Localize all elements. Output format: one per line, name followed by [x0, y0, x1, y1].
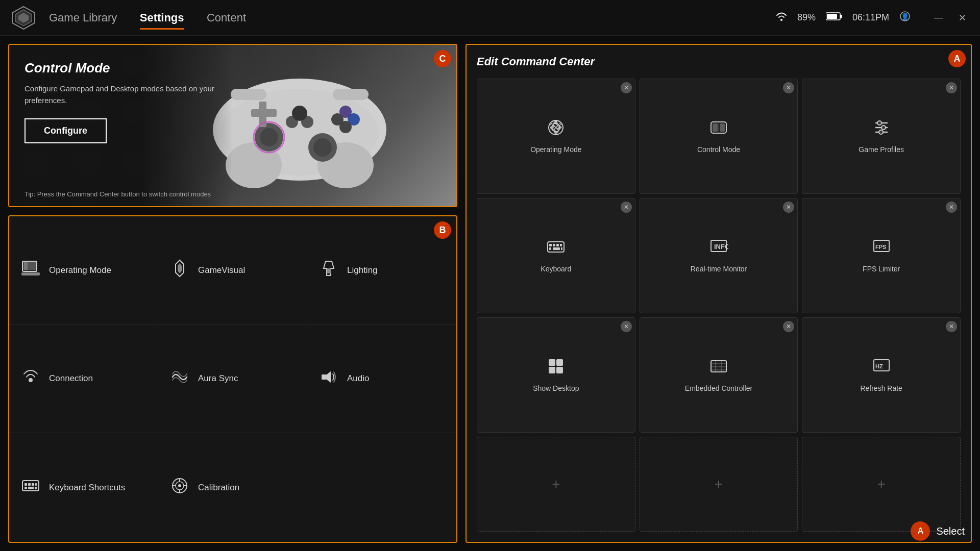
cmd-operating-mode[interactable]: ✕ Operati [477, 79, 635, 194]
cmd-embedded-controller-close[interactable]: ✕ [783, 321, 794, 332]
configure-button[interactable]: Configure [24, 118, 107, 143]
main-content: Control Mode Configure Gamepad and Deskt… [0, 36, 980, 551]
svg-rect-35 [322, 374, 327, 380]
connection-icon [21, 368, 40, 390]
cmd-control-mode-label: Control Mode [697, 145, 740, 154]
gamevisual-icon [170, 259, 189, 281]
settings-panel: B Operating Mode [8, 215, 457, 543]
cmd-operating-mode-icon [546, 118, 566, 140]
minimize-button[interactable]: — [931, 12, 946, 23]
svg-rect-5 [827, 14, 837, 19]
cmd-operating-mode-label: Operating Mode [530, 145, 581, 154]
select-bar: A Select [911, 521, 965, 541]
close-button[interactable]: ✕ [954, 12, 970, 23]
cmd-realtime-monitor[interactable]: ✕ INFO Real-time Monitor [640, 198, 798, 313]
svg-rect-38 [28, 483, 31, 486]
svg-point-46 [178, 484, 181, 487]
svg-point-21 [339, 121, 352, 133]
add-icon-3: + [877, 476, 885, 492]
notification-icon[interactable]: 👤 [899, 11, 911, 24]
cmd-show-desktop[interactable]: ✕ Show Desktop [477, 317, 635, 433]
svg-rect-68 [560, 244, 562, 246]
svg-point-15 [313, 138, 332, 157]
settings-operating-mode[interactable]: Operating Mode [9, 216, 158, 325]
cmd-keyboard[interactable]: ✕ Keyboard [477, 198, 635, 313]
svg-rect-23 [231, 89, 266, 100]
svg-point-13 [260, 128, 278, 146]
cmd-keyboard-close[interactable]: ✕ [621, 202, 632, 213]
hero-title: Control Mode [24, 60, 217, 76]
calibration-label: Calibration [198, 483, 239, 493]
connection-label: Connection [49, 373, 93, 384]
add-icon-2: + [715, 476, 723, 492]
svg-point-61 [877, 121, 881, 125]
settings-calibration[interactable]: Calibration [158, 433, 307, 542]
cmd-show-desktop-close[interactable]: ✕ [621, 321, 632, 332]
svg-rect-39 [32, 483, 34, 486]
badge-b: B [434, 221, 451, 239]
cmd-refresh-rate-close[interactable]: ✕ [946, 321, 957, 332]
cmd-refresh-rate[interactable]: ✕ HZ Refresh Rate [802, 317, 961, 433]
settings-audio[interactable]: Audio [307, 325, 456, 434]
right-panel: A Edit Command Center ✕ [465, 44, 972, 543]
svg-text:INFO: INFO [714, 243, 728, 251]
lighting-label: Lighting [347, 265, 378, 276]
window-controls: — ✕ [931, 12, 970, 23]
cmd-embedded-controller[interactable]: ✕ Embedded Controller [640, 317, 798, 433]
edit-command-center-title: Edit Command Center [477, 55, 961, 68]
calibration-icon [170, 477, 189, 498]
operating-mode-label: Operating Mode [49, 265, 111, 276]
settings-keyboard-shortcuts[interactable]: Keyboard Shortcuts [9, 433, 158, 542]
settings-gamevisual[interactable]: GameVisual [158, 216, 307, 325]
cmd-embedded-controller-label: Embedded Controller [685, 384, 752, 393]
cmd-control-mode-icon [709, 118, 728, 140]
badge-c: C [434, 50, 451, 67]
cmd-realtime-monitor-close[interactable]: ✕ [783, 202, 794, 213]
gamevisual-label: GameVisual [198, 265, 245, 276]
settings-connection[interactable]: Connection [9, 325, 158, 434]
settings-grid: Operating Mode GameVisual [9, 216, 456, 542]
settings-aura-sync[interactable]: Aura Sync [158, 325, 307, 434]
svg-rect-41 [24, 487, 27, 489]
badge-a: A [948, 50, 966, 67]
svg-rect-69 [549, 247, 551, 250]
svg-rect-40 [35, 483, 37, 486]
svg-text:FPS: FPS [875, 244, 886, 250]
svg-rect-66 [553, 244, 555, 246]
nav-settings[interactable]: Settings [140, 7, 184, 30]
cmd-fps-limiter[interactable]: ✕ FPS FPS Limiter [802, 198, 961, 313]
cmd-game-profiles-close[interactable]: ✕ [946, 82, 957, 93]
hero-content: Control Mode Configure Gamepad and Deskt… [9, 45, 233, 206]
cmd-control-mode-close[interactable]: ✕ [783, 82, 794, 93]
cmd-keyboard-icon [546, 237, 566, 259]
cmd-add-slot-2[interactable]: + [640, 437, 798, 532]
operating-mode-icon [21, 259, 40, 281]
cmd-add-slot-1[interactable]: + [477, 437, 635, 532]
cmd-refresh-rate-icon: HZ [872, 357, 891, 379]
nav-game-library[interactable]: Game Library [49, 7, 117, 28]
svg-rect-56 [720, 123, 725, 132]
select-badge: A [911, 521, 930, 541]
cmd-show-desktop-label: Show Desktop [533, 384, 579, 393]
left-panel: Control Mode Configure Gamepad and Deskt… [8, 44, 457, 543]
svg-point-62 [881, 126, 886, 130]
cmd-realtime-monitor-label: Real-time Monitor [691, 264, 747, 273]
wifi-icon [776, 12, 787, 23]
cmd-refresh-rate-label: Refresh Rate [860, 384, 902, 393]
cmd-add-slot-3[interactable]: + [802, 437, 961, 532]
svg-rect-71 [561, 247, 562, 250]
svg-rect-70 [553, 247, 560, 250]
cmd-control-mode[interactable]: ✕ Control Mode [640, 79, 798, 194]
cmd-fps-limiter-close[interactable]: ✕ [946, 202, 957, 213]
svg-rect-78 [549, 367, 555, 373]
cmd-fps-limiter-icon: FPS [872, 237, 891, 259]
svg-rect-31 [21, 272, 40, 276]
svg-rect-76 [549, 359, 555, 366]
svg-rect-43 [35, 487, 37, 489]
nav-content[interactable]: Content [207, 7, 246, 28]
audio-icon [320, 368, 338, 390]
svg-rect-4 [840, 15, 842, 18]
app-logo[interactable] [10, 5, 37, 31]
cmd-operating-mode-close[interactable]: ✕ [621, 82, 632, 93]
cmd-game-profiles[interactable]: ✕ Game Profiles [802, 79, 961, 194]
